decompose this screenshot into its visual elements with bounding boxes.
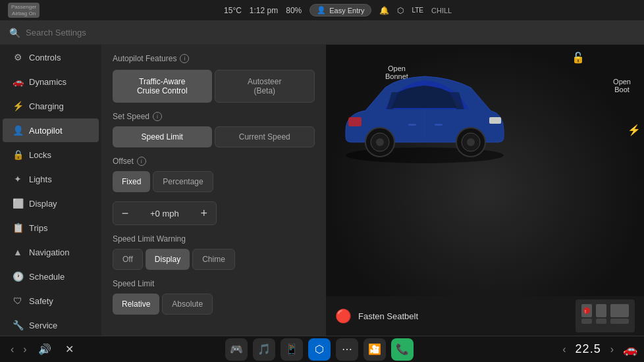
offset-label: Offset <box>113 157 134 166</box>
car-icon: 🚗 <box>623 342 637 357</box>
bell-icon[interactable]: 🔔 <box>379 6 389 15</box>
offset-decrease-button[interactable]: − <box>113 202 137 224</box>
sidebar-item-display[interactable]: ⬜ Display <box>3 192 99 215</box>
easy-entry-button[interactable]: 👤 Easy Entry <box>309 4 371 16</box>
relative-button[interactable]: Relative <box>113 294 159 315</box>
sidebar-item-trips[interactable]: 📋 Trips <box>3 216 99 240</box>
sidebar-label-navigation: Navigation <box>29 247 69 257</box>
sidebar-label-schedule: Schedule <box>29 272 65 282</box>
person-icon: 👤 <box>317 6 326 14</box>
volume-icon: 🔊 <box>38 343 51 355</box>
forward-arrow-button[interactable]: › <box>19 342 30 357</box>
service-icon: 🔧 <box>12 320 24 330</box>
speed-limit-warning-section: Speed Limit Warning Off Display Chime <box>113 234 315 270</box>
status-center: 15°C 1:12 pm 80% 👤 Easy Entry 🔔 ⬡ LTE CH… <box>224 4 452 16</box>
offset-info-icon[interactable]: i <box>137 157 146 166</box>
warning-display-button[interactable]: Display <box>146 249 190 270</box>
autopilot-features-label: Autopilot Features <box>113 54 176 63</box>
mute-icon: ✕ <box>65 343 74 355</box>
more-apps-button[interactable]: ⋯ <box>336 338 358 361</box>
absolute-button[interactable]: Absolute <box>162 294 213 315</box>
search-input[interactable] <box>26 28 157 38</box>
sidebar: ⚙ Controls 🚗 Dynamics ⚡ Charging 👤 Autop… <box>0 45 102 336</box>
sidebar-label-service: Service <box>29 321 57 330</box>
percentage-button[interactable]: Percentage <box>153 171 213 192</box>
traffic-aware-button[interactable]: Traffic-AwareCruise Control <box>113 70 212 103</box>
svg-rect-16 <box>596 319 606 324</box>
sidebar-item-schedule[interactable]: 🕐 Schedule <box>3 265 99 288</box>
mute-button[interactable]: ✕ <box>59 340 81 359</box>
main-layout: ⚙ Controls 🚗 Dynamics ⚡ Charging 👤 Autop… <box>0 45 644 336</box>
warning-off-button[interactable]: Off <box>113 249 143 270</box>
sidebar-item-navigation[interactable]: ▲ Navigation <box>3 240 99 264</box>
autopilot-info-icon[interactable]: i <box>180 54 189 63</box>
taskbar-center: 🎮 🎵 📱 ⬡ ⋯ 🎦 📞 <box>225 338 414 361</box>
back-arrow-button[interactable]: ‹ <box>7 342 18 357</box>
schedule-icon: 🕐 <box>12 271 24 282</box>
speed-limit-section: Speed Limit Relative Absolute <box>113 279 315 315</box>
sidebar-item-service[interactable]: 🔧 Service <box>3 313 99 336</box>
status-left: Passenger Airbag On <box>8 3 40 18</box>
search-bar: 🔍 <box>0 21 644 45</box>
time-display: 1:12 pm <box>250 6 278 15</box>
svg-rect-15 <box>596 304 606 317</box>
speed-up-button[interactable]: › <box>606 342 618 357</box>
navigation-icon: ▲ <box>12 247 24 257</box>
easy-entry-label: Easy Entry <box>329 7 364 14</box>
svg-rect-14 <box>581 319 592 324</box>
svg-rect-11 <box>408 124 416 126</box>
set-speed-label: Set Speed <box>113 112 149 121</box>
sidebar-item-charging[interactable]: ⚡ Charging <box>3 94 99 118</box>
offset-increase-button[interactable]: + <box>192 202 216 224</box>
open-boot-label[interactable]: OpenBoot <box>613 78 631 93</box>
autopilot-features-title: Autopilot Features i <box>113 54 315 63</box>
autopilot-feature-buttons: Traffic-AwareCruise Control Autosteer(Be… <box>113 70 315 103</box>
offset-value: +0 mph <box>137 209 192 219</box>
signal-icon: LTE <box>412 7 423 14</box>
svg-rect-12 <box>435 124 443 126</box>
sidebar-item-controls[interactable]: ⚙ Controls <box>3 45 99 69</box>
fixed-button[interactable]: Fixed <box>113 171 150 192</box>
seatbelt-warning-bar: 🔴 Fasten Seatbelt ! <box>326 296 644 336</box>
speed-limit-label: Speed Limit <box>113 279 154 288</box>
bluetooth-taskbar-button[interactable]: ⬡ <box>308 338 331 361</box>
charging-icon: ⚡ <box>12 101 24 111</box>
app-icon-2[interactable]: 🎵 <box>253 338 275 361</box>
sidebar-label-dynamics: Dynamics <box>29 77 67 87</box>
battery-display: 80% <box>286 6 302 15</box>
camera-button[interactable]: 🎦 <box>363 338 386 361</box>
status-bar: Passenger Airbag On 15°C 1:12 pm 80% 👤 E… <box>0 0 644 21</box>
seatbelt-warning-icon: 🔴 <box>335 308 352 324</box>
warning-chime-button[interactable]: Chime <box>192 249 235 270</box>
sidebar-label-safety: Safety <box>29 296 53 306</box>
set-speed-title: Set Speed i <box>113 112 315 121</box>
app-icon-1[interactable]: 🎮 <box>225 338 248 361</box>
sidebar-item-autopilot[interactable]: 👤 Autopilot <box>3 118 99 142</box>
svg-point-8 <box>467 138 475 146</box>
volume-button[interactable]: 🔊 <box>34 340 56 359</box>
speed-down-button[interactable]: ‹ <box>558 342 570 357</box>
current-speed-button[interactable]: Current Speed <box>215 126 315 147</box>
content-panel: Autopilot Features i Traffic-AwareCruise… <box>102 45 326 336</box>
autosteer-button[interactable]: Autosteer(Beta) <box>215 70 315 103</box>
svg-rect-2 <box>489 117 501 124</box>
autopilot-icon: 👤 <box>12 125 24 136</box>
sidebar-item-safety[interactable]: 🛡 Safety <box>3 289 99 313</box>
phone-button[interactable]: 📞 <box>391 338 414 361</box>
sidebar-label-lights: Lights <box>29 174 52 184</box>
navigation-arrows: ‹ › <box>7 342 31 357</box>
svg-rect-1 <box>348 117 362 126</box>
controls-icon: ⚙ <box>12 52 24 63</box>
sidebar-item-dynamics[interactable]: 🚗 Dynamics <box>3 70 99 93</box>
safety-icon: 🛡 <box>12 296 24 306</box>
bluetooth-icon[interactable]: ⬡ <box>397 6 404 15</box>
app-icon-3[interactable]: 📱 <box>281 338 303 361</box>
set-speed-info-icon[interactable]: i <box>153 112 162 121</box>
sidebar-item-lights[interactable]: ✦ Lights <box>3 167 99 191</box>
sidebar-item-locks[interactable]: 🔒 Locks <box>3 143 99 167</box>
taskbar-left: ‹ › 🔊 ✕ <box>7 340 81 359</box>
svg-rect-17 <box>610 304 629 317</box>
car-lock-icon: 🔓 <box>572 51 585 64</box>
offset-stepper: − +0 mph + <box>113 201 217 225</box>
speed-limit-button[interactable]: Speed Limit <box>113 126 212 147</box>
